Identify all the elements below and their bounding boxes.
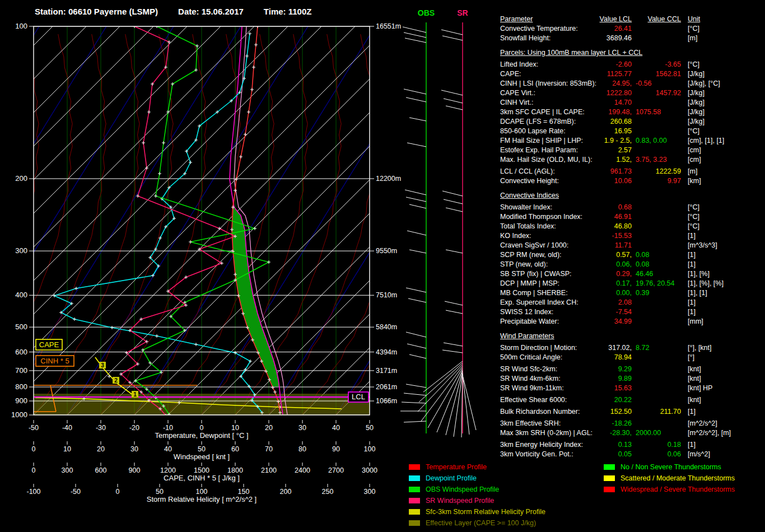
axis-tick-label: -10 bbox=[163, 424, 173, 432]
row-label: 3km SFC CAPE | IL CAPE: bbox=[500, 108, 598, 117]
axis-title: Windspeed [ knt ] bbox=[174, 452, 230, 461]
cinh-label-box-label: CINH * 5 bbox=[40, 357, 69, 365]
row-label: SWISS 12 Index: bbox=[500, 307, 598, 317]
row-value-lcl: -2.60 bbox=[598, 60, 632, 69]
moist-adiabat-line bbox=[0, 34, 39, 415]
row-value-lcl: 46.80 bbox=[598, 222, 632, 231]
row-unit: [1], [%] bbox=[688, 269, 765, 279]
row-label: KO Index: bbox=[500, 231, 598, 241]
axis-tick-label: 80 bbox=[298, 445, 306, 453]
axis-title: Temperature, Dewpoint [ °C ] bbox=[155, 431, 248, 440]
value-part: 1562.81 bbox=[656, 70, 681, 78]
legend-label: Sfc-3km Storm Relative Helicity Profile bbox=[426, 508, 545, 516]
table-row: Storm Direction | Motion:317.02,8.72[°],… bbox=[500, 343, 765, 353]
table-row: KO Index:-15.53[1] bbox=[500, 231, 765, 241]
isotherm-line bbox=[168, 26, 557, 415]
row-label: Exp. Supercell Index CH: bbox=[500, 298, 598, 307]
value-part: -15.53 bbox=[612, 232, 632, 240]
srh-km-marker-label: 2 bbox=[114, 377, 118, 384]
row-unit: [m^2/s^2], [m] bbox=[688, 428, 765, 438]
row-value-extra: 0.08 bbox=[632, 250, 681, 260]
row-unit: [J/kg] bbox=[688, 117, 765, 127]
moist-adiabat-line bbox=[402, 34, 509, 415]
axis-tick-label: 70 bbox=[265, 445, 273, 453]
row-label: CINH Virt.: bbox=[500, 98, 598, 108]
axis-tick-label: -40 bbox=[62, 424, 72, 432]
row-label: Max. Hail Size (OLD, MU, IL): bbox=[500, 155, 598, 165]
table-row: Max. Hail Size (OLD, MU, IL):1.52,3.75, … bbox=[500, 155, 765, 165]
row-unit: [°], [knt] bbox=[688, 343, 765, 353]
wind-barb bbox=[446, 371, 463, 435]
section-title: Convective Indices bbox=[500, 191, 765, 200]
cape-label-box-label: CAPE bbox=[39, 340, 59, 349]
row-value-ccl: 1457.92 bbox=[632, 88, 681, 98]
axis-tick-label: 20 bbox=[97, 445, 105, 453]
axis-tick-label: 0 bbox=[32, 466, 36, 474]
isotherm-line bbox=[0, 26, 19, 415]
row-unit: [m^2/s^2] bbox=[688, 419, 765, 428]
value-part: 0.39 bbox=[636, 289, 649, 297]
table-row: Bulk Richardson Number:152.50211.70[1] bbox=[500, 407, 765, 417]
value-part: 0.57, bbox=[616, 251, 632, 259]
wind-barb bbox=[446, 310, 463, 314]
sr-windspeed-profile bbox=[121, 26, 235, 416]
axis-tick-label: 600 bbox=[95, 466, 107, 474]
row-unit: [m] bbox=[688, 34, 765, 43]
legend-label: Scattered / Moderate Thunderstorms bbox=[621, 474, 735, 482]
row-label: DCAPE (LFS = 678mB): bbox=[500, 117, 598, 127]
wind-barb bbox=[404, 393, 426, 395]
wind-barb bbox=[407, 143, 426, 147]
axis-tick-label: -50 bbox=[71, 488, 81, 496]
row-label: SCP RM (new, old): bbox=[500, 250, 598, 260]
axis-tick-label: 200 bbox=[280, 488, 292, 496]
axis-tick-label: 1200 bbox=[160, 466, 176, 474]
wind-barb bbox=[404, 421, 426, 422]
value-part: 19.76, bbox=[636, 279, 655, 287]
table-row: 850-600 Lapse Rate:16.95[°C] bbox=[500, 127, 765, 136]
altitude-axis-label: 9550m bbox=[376, 247, 397, 255]
row-label: LCL / CCL (AGL): bbox=[500, 167, 598, 176]
value-part: 260.68 bbox=[610, 118, 632, 125]
value-part: 0.83, bbox=[636, 137, 651, 144]
wind-barb bbox=[423, 361, 463, 392]
row-value-lcl: 0.68 bbox=[598, 203, 632, 212]
axis-tick-label: 250 bbox=[322, 488, 334, 496]
wind-barb bbox=[446, 208, 463, 212]
value-part: 0.17, bbox=[616, 279, 632, 287]
axis-tick-label: 3000 bbox=[362, 466, 377, 474]
axis-tick-label: 50 bbox=[198, 445, 206, 453]
altitude-axis-label: 5840m bbox=[376, 323, 397, 331]
axis-tick-label: 300 bbox=[364, 488, 376, 496]
value-part: 46.91 bbox=[614, 213, 632, 221]
axis-tick-label: 2400 bbox=[295, 466, 310, 474]
row-value-extra: 1075.58 bbox=[632, 108, 681, 117]
row-value-lcl: 199.48, bbox=[598, 108, 632, 117]
value-part: 0.08 bbox=[636, 251, 649, 259]
row-value-lcl: -7.54 bbox=[598, 307, 632, 317]
axis-tick-label: 90 bbox=[332, 445, 340, 453]
table-body: Convective Temperature:26.41[°C]Snowfall… bbox=[500, 24, 765, 459]
row-value-lcl: 260.68 bbox=[598, 117, 632, 127]
axis-tick-label: 900 bbox=[129, 466, 141, 474]
row-unit: [m^3/s^3] bbox=[688, 241, 765, 250]
row-value-lcl: 14.70 bbox=[598, 98, 632, 108]
wind-barb bbox=[446, 250, 463, 253]
value-part: 0.18 bbox=[668, 441, 681, 449]
value-part: -18.26 bbox=[612, 419, 632, 427]
axis-tick-label: 50 bbox=[366, 424, 374, 432]
legend-item: Sfc-3km Storm Relative Helicity Profile bbox=[409, 506, 545, 517]
value-part: 0.06 bbox=[668, 450, 681, 458]
isotherm-line bbox=[134, 26, 523, 415]
table-row: CINH | LSI (Inversion: 853mB):24.95,-0.5… bbox=[500, 79, 765, 88]
row-label: Snowfall Height: bbox=[500, 34, 598, 43]
value-part: 10.06 bbox=[614, 177, 632, 185]
row-unit: [1] bbox=[688, 407, 765, 417]
altitude-axis-label: 3171m bbox=[376, 367, 397, 375]
legend-item: Dewpoint Profile bbox=[409, 473, 545, 484]
legend-swatch bbox=[604, 475, 615, 481]
wind-barb bbox=[405, 190, 426, 195]
row-unit: [1] bbox=[688, 440, 765, 450]
wind-barb bbox=[404, 89, 426, 94]
row-unit: [1] bbox=[688, 231, 765, 241]
axis-tick-label: -50 bbox=[29, 424, 39, 432]
